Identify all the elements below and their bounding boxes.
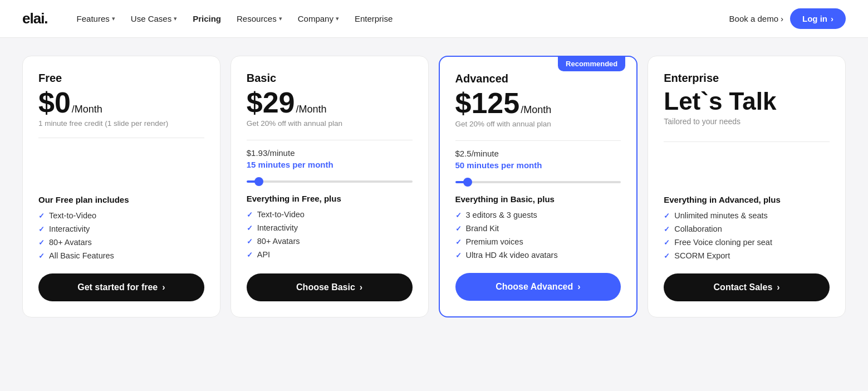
- arrow-icon: ›: [777, 282, 779, 292]
- feature-item: ✓ Interactivity: [247, 223, 413, 232]
- arrow-icon: ›: [831, 14, 833, 23]
- feature-item: ✓ Brand Kit: [455, 224, 621, 233]
- plan-name: Enterprise: [664, 72, 830, 85]
- login-button[interactable]: Log in ›: [790, 8, 846, 29]
- free-plan-card: Free $0 /Month 1 minute free credit (1 s…: [22, 56, 220, 317]
- feature-list: ✓ 3 editors & 3 guests ✓ Brand Kit ✓ Pre…: [455, 211, 621, 260]
- nav-right: Book a demo › Log in ›: [729, 8, 846, 29]
- slider-container: [247, 175, 413, 185]
- divider: [38, 138, 204, 138]
- divider: [247, 140, 413, 140]
- feature-item: ✓ API: [247, 250, 413, 259]
- nav-enterprise[interactable]: Enterprise: [348, 9, 399, 28]
- plan-name: Advanced: [455, 72, 621, 85]
- free-cta-button[interactable]: Get started for free ›: [38, 273, 204, 301]
- rate-label: $1.93/minute: [247, 148, 413, 158]
- basic-plan-card: Basic $29 /Month Get 20% off with annual…: [231, 56, 429, 317]
- plan-discount: Get 20% off with annual plan: [247, 119, 413, 128]
- rate-label: $2.5/minute: [455, 149, 621, 158]
- check-icon: ✓: [455, 224, 462, 233]
- check-icon: ✓: [664, 212, 670, 220]
- check-icon: ✓: [247, 211, 253, 219]
- minutes-label: 50 minutes per month: [455, 160, 621, 170]
- check-icon: ✓: [247, 224, 253, 232]
- check-icon: ✓: [247, 251, 253, 259]
- feature-item: ✓ 80+ Avatars: [38, 238, 204, 247]
- plan-discount: Get 20% off with annual plan: [455, 120, 621, 128]
- nav-company[interactable]: Company ▾: [291, 9, 346, 28]
- feature-item: ✓ Ultra HD 4k video avatars: [455, 251, 621, 260]
- feature-item: ✓ Text-to-Video: [247, 210, 413, 219]
- enterprise-price: Let`s Talk: [664, 88, 830, 115]
- feature-item: ✓ Text-to-Video: [38, 211, 204, 220]
- feature-item: ✓ Premium voices: [455, 237, 621, 246]
- arrow-icon: ›: [162, 282, 165, 292]
- features-title: Everything in Basic, plus: [455, 194, 621, 204]
- price-amount: $0: [38, 88, 71, 117]
- recommended-badge: Recommended: [558, 56, 625, 71]
- nav-features[interactable]: Features ▾: [70, 9, 122, 28]
- price-period: /Month: [296, 104, 327, 115]
- plan-name: Free: [38, 72, 204, 85]
- check-icon: ✓: [38, 252, 45, 260]
- pricing-cards: Free $0 /Month 1 minute free credit (1 s…: [22, 56, 846, 317]
- arrow-icon: ›: [577, 282, 580, 292]
- arrow-icon: ›: [360, 282, 362, 292]
- chevron-icon: ▾: [336, 15, 339, 22]
- features-title: Our Free plan includes: [38, 195, 204, 204]
- feature-item: ✓ 80+ Avatars: [247, 237, 413, 246]
- arrow-icon: ›: [781, 14, 783, 23]
- plan-price: $29 /Month: [247, 88, 413, 117]
- feature-item: ✓ All Basic Features: [38, 251, 204, 260]
- plan-price: $0 /Month: [38, 88, 204, 117]
- check-icon: ✓: [38, 225, 45, 233]
- feature-item: ✓ Unlimited minutes & seats: [664, 211, 830, 220]
- enterprise-plan-card: Enterprise Let`s Talk Tailored to your n…: [648, 56, 846, 317]
- check-icon: ✓: [455, 251, 462, 260]
- minutes-slider[interactable]: [247, 180, 413, 183]
- slider-container: [455, 175, 621, 185]
- enterprise-subtext: Tailored to your needs: [664, 117, 830, 126]
- advanced-cta-button[interactable]: Choose Advanced ›: [455, 273, 621, 301]
- price-amount: $29: [247, 88, 295, 117]
- navigation: elai. Features ▾ Use Cases ▾ Pricing Res…: [0, 0, 868, 38]
- check-icon: ✓: [455, 211, 462, 219]
- feature-item: ✓ Collaboration: [664, 224, 830, 233]
- plan-price: $125 /Month: [455, 89, 621, 118]
- nav-links: Features ▾ Use Cases ▾ Pricing Resources…: [70, 9, 725, 28]
- check-icon: ✓: [664, 238, 670, 247]
- advanced-plan-card: Recommended Advanced $125 /Month Get 20%…: [439, 56, 638, 317]
- chevron-icon: ▾: [174, 15, 177, 22]
- divider: [664, 141, 830, 142]
- divider: [455, 140, 621, 141]
- check-icon: ✓: [664, 225, 670, 233]
- nav-use-cases[interactable]: Use Cases ▾: [124, 9, 184, 28]
- price-amount: $125: [455, 89, 520, 118]
- features-title: Everything in Advanced, plus: [664, 195, 830, 204]
- check-icon: ✓: [455, 238, 462, 246]
- check-icon: ✓: [38, 238, 45, 247]
- feature-item: ✓ SCORM Export: [664, 251, 830, 260]
- minutes-label: 15 minutes per month: [247, 160, 413, 169]
- feature-item: ✓ Interactivity: [38, 224, 204, 233]
- book-demo-button[interactable]: Book a demo ›: [729, 14, 783, 23]
- price-period: /Month: [521, 104, 551, 116]
- check-icon: ✓: [664, 252, 670, 260]
- features-title: Everything in Free, plus: [247, 194, 413, 203]
- plan-name: Basic: [247, 72, 413, 85]
- basic-cta-button[interactable]: Choose Basic ›: [247, 273, 413, 301]
- price-period: /Month: [72, 104, 102, 115]
- feature-item: ✓ Free Voice cloning per seat: [664, 238, 830, 247]
- enterprise-cta-button[interactable]: Contact Sales ›: [664, 273, 830, 301]
- feature-list: ✓ Text-to-Video ✓ Interactivity ✓ 80+ Av…: [38, 211, 204, 260]
- plan-subtext: 1 minute free credit (1 slide per render…: [38, 119, 204, 128]
- check-icon: ✓: [247, 237, 253, 246]
- chevron-icon: ▾: [279, 15, 282, 22]
- nav-resources[interactable]: Resources ▾: [230, 9, 289, 28]
- nav-pricing[interactable]: Pricing: [186, 9, 228, 28]
- chevron-icon: ▾: [112, 15, 115, 22]
- minutes-slider[interactable]: [455, 181, 621, 183]
- pricing-page: Free $0 /Month 1 minute free credit (1 s…: [0, 38, 868, 344]
- feature-list: ✓ Text-to-Video ✓ Interactivity ✓ 80+ Av…: [247, 210, 413, 260]
- logo[interactable]: elai.: [22, 10, 48, 27]
